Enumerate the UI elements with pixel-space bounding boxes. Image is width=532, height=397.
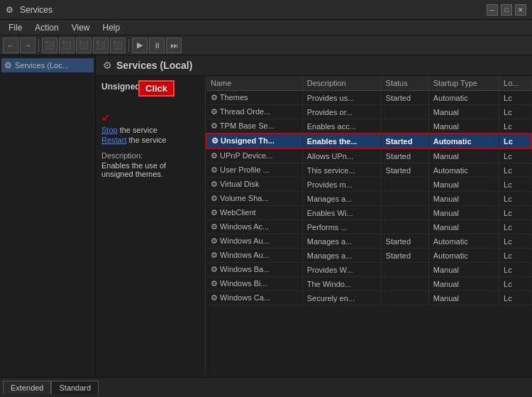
table-row[interactable]: ⚙ Volume Sha...Manages a...ManualLc (206, 192, 531, 206)
cell-status (381, 263, 428, 277)
cell-lo: Lc (499, 178, 531, 192)
col-startup[interactable]: Startup Type (428, 76, 499, 91)
table-row[interactable]: ⚙ WebClientEnables Wi...ManualLc (206, 206, 531, 220)
table-row[interactable]: ⚙ Windows Ac...Performs ...ManualLc (206, 220, 531, 234)
cell-status: Started (381, 249, 428, 263)
cell-status (381, 291, 428, 305)
cell-lo: Lc (499, 163, 531, 178)
toolbar-btn5[interactable]: ⬛ (110, 38, 126, 53)
col-description[interactable]: Description (302, 76, 381, 91)
cell-lo: Lc (499, 263, 531, 277)
toolbar-back[interactable]: ← (3, 38, 18, 53)
left-tree: ⚙ Services (Loc... (0, 55, 96, 377)
menu-file[interactable]: File (3, 21, 28, 34)
cell-name: ⚙ TPM Base Se... (206, 119, 302, 134)
tab-extended[interactable]: Extended (3, 381, 51, 394)
tree-item-label: Services (Loc... (15, 61, 69, 70)
table-row[interactable]: ⚙ Thread Orde...Provides or...ManualLc (206, 105, 531, 119)
stop-link[interactable]: Stop (101, 126, 118, 134)
title-bar-left: ⚙ Services (6, 5, 52, 15)
cell-name: ⚙ User Profile ... (206, 163, 302, 178)
table-panel[interactable]: Name Description Status Startup Type Lo.… (206, 76, 532, 377)
table-row[interactable]: ⚙ UPnP Device...Allows UPn...StartedManu… (206, 148, 531, 163)
cell-startup: Manual (428, 192, 499, 206)
tree-icon: ⚙ (4, 60, 12, 70)
cell-name: ⚙ Windows Ca... (206, 291, 302, 305)
cell-status (381, 178, 428, 192)
col-status[interactable]: Status (381, 76, 428, 91)
tab-standard[interactable]: Standard (51, 381, 99, 394)
table-row[interactable]: ⚙ Windows Ca...Securely en...ManualLc (206, 291, 531, 305)
cell-startup: Manual (428, 178, 499, 192)
cell-startup: Automatic (428, 249, 499, 263)
toolbar: ← → ⬛ ⬛ ⬛ ⬛ ⬛ ▶ ⏸ ⏭ (0, 36, 532, 55)
click-badge: Click (138, 80, 174, 97)
tree-item-services[interactable]: ⚙ Services (Loc... (1, 58, 94, 72)
services-table: Name Description Status Startup Type Lo.… (206, 76, 532, 305)
col-lo[interactable]: Lo... (499, 76, 531, 91)
menu-bar: File Action View Help (0, 20, 532, 36)
restart-link[interactable]: Restart (101, 136, 126, 144)
services-header-icon: ⚙ (103, 60, 112, 71)
cell-startup: Manual (428, 148, 499, 163)
menu-action[interactable]: Action (29, 21, 64, 34)
cell-status: Started (381, 148, 428, 163)
toolbar-btn4[interactable]: ⬛ (93, 38, 109, 53)
cell-description: Manages a... (302, 192, 381, 206)
table-row[interactable]: ⚙ Virtual DiskProvides m...ManualLc (206, 178, 531, 192)
cell-startup: Manual (428, 263, 499, 277)
menu-help[interactable]: Help (97, 21, 126, 34)
toolbar-btn3[interactable]: ⬛ (76, 38, 92, 53)
close-button[interactable]: ✕ (515, 4, 526, 16)
table-row[interactable]: ⚙ Windows Ba...Provides W...ManualLc (206, 263, 531, 277)
cell-lo: Lc (499, 192, 531, 206)
cell-lo: Lc (499, 206, 531, 220)
menu-view[interactable]: View (66, 21, 96, 34)
stop-suffix: the service (118, 126, 157, 134)
cell-name: ⚙ Thread Orde... (206, 105, 302, 119)
table-row[interactable]: ⚙ Windows Bi...The Windo...ManualLc (206, 277, 531, 291)
cell-name: ⚙ Virtual Disk (206, 178, 302, 192)
cell-description: Enables the... (302, 134, 381, 148)
table-row[interactable]: ⚙ TPM Base Se...Enables acc...ManualLc (206, 119, 531, 134)
cell-startup: Automatic (428, 91, 499, 105)
table-header-row: Name Description Status Startup Type Lo.… (206, 76, 531, 91)
cell-name: ⚙ Windows Au... (206, 249, 302, 263)
cell-startup: Manual (428, 119, 499, 134)
cell-lo: Lc (499, 134, 531, 148)
cell-status (381, 192, 428, 206)
maximize-button[interactable]: □ (501, 4, 512, 16)
toolbar-sep2 (128, 39, 129, 52)
minimize-button[interactable]: ─ (487, 4, 498, 16)
cell-status: Started (381, 134, 428, 148)
cell-description: Manages a... (302, 234, 381, 249)
cell-lo: Lc (499, 234, 531, 249)
cell-description: This service... (302, 163, 381, 178)
table-row[interactable]: ⚙ Unsigned Th...Enables the...StartedAut… (206, 134, 531, 148)
toolbar-btn1[interactable]: ⬛ (42, 38, 57, 53)
toolbar-btn2[interactable]: ⬛ (59, 38, 74, 53)
toolbar-stop[interactable]: ⏭ (166, 38, 182, 53)
toolbar-play[interactable]: ▶ (132, 38, 148, 53)
cell-name: ⚙ UPnP Device... (206, 148, 302, 163)
table-row[interactable]: ⚙ User Profile ...This service...Started… (206, 163, 531, 178)
stop-arrow: ↙ (101, 112, 110, 123)
table-row[interactable]: ⚙ Windows Au...Manages a...StartedAutoma… (206, 234, 531, 249)
desc-panel: Unsigned T... Click ↙ Stop the service R… (96, 76, 206, 377)
main-layout: ⚙ Services (Loc... ⚙ Services (Local) Un… (0, 55, 532, 377)
desc-text: Enables the use of unsigned themes. (101, 161, 199, 178)
cell-startup: Automatic (428, 134, 499, 148)
cell-description: Provides or... (302, 105, 381, 119)
cell-name: ⚙ Themes (206, 91, 302, 105)
app-icon: ⚙ (6, 5, 16, 15)
table-row[interactable]: ⚙ ThemesProvides us...StartedAutomaticLc (206, 91, 531, 105)
table-row[interactable]: ⚙ Windows Au...Manages a...StartedAutoma… (206, 249, 531, 263)
cell-lo: Lc (499, 119, 531, 134)
toolbar-pause[interactable]: ⏸ (149, 38, 165, 53)
cell-name: ⚙ Windows Au... (206, 234, 302, 249)
cell-lo: Lc (499, 220, 531, 234)
cell-description: Performs ... (302, 220, 381, 234)
toolbar-forward[interactable]: → (20, 38, 35, 53)
window-title: Services (20, 5, 52, 15)
col-name[interactable]: Name (206, 76, 302, 91)
